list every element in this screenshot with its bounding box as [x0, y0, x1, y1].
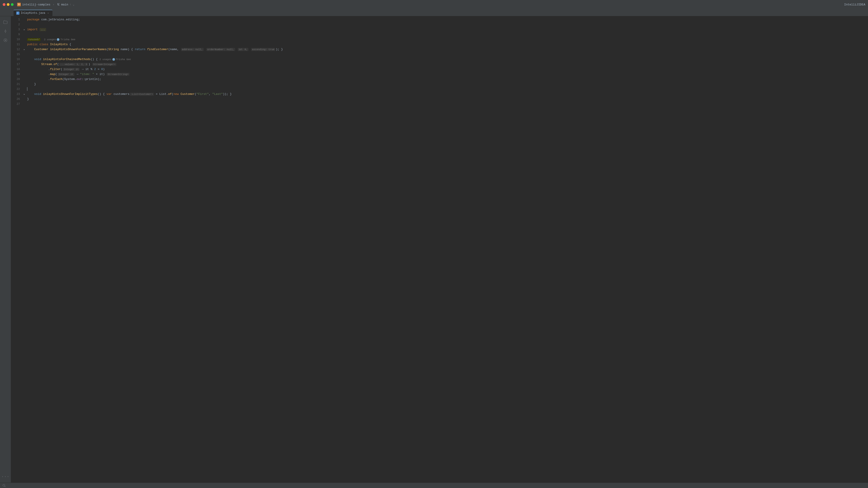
run-icon-btn[interactable] [1, 36, 9, 44]
code-line-19: 19 .map(Integer it → "item: " + it) Stre… [11, 72, 868, 77]
search-icon-btn[interactable] [2, 483, 6, 488]
line-num-21: 21 [11, 83, 23, 86]
title-bar: IJ intellij-samples › main ↑ ⌄ IntelliJI… [0, 0, 868, 9]
folder-icon-btn[interactable] [1, 18, 9, 26]
tab-close-button[interactable]: ✕ [46, 11, 50, 15]
line-num-9: 9 [11, 33, 23, 36]
line-3-content: import ... [26, 27, 868, 32]
code-line-10: 10 /unused/ 2 usagesTTrisha Gee [11, 37, 868, 42]
project-icon: IJ [17, 3, 21, 6]
usage-hint-16: 2 usagesTTrisha Gee [99, 57, 131, 62]
fold-arrow-23[interactable]: ▶ [24, 93, 25, 96]
code-line-22: 22 [11, 87, 868, 92]
line-9-content [26, 32, 868, 37]
fold-gutter-23[interactable]: ▶ [23, 93, 26, 96]
line-2-content [26, 22, 868, 27]
fold-arrow-3[interactable]: ▶ [24, 29, 25, 31]
commit-icon-btn[interactable] [1, 27, 9, 35]
java-file-icon: J [16, 11, 20, 15]
line-10-content: /unused/ 2 usagesTTrisha Gee [26, 37, 868, 42]
svg-text:J: J [17, 12, 18, 14]
inlay-hint-id: id: 0, [238, 48, 249, 51]
line-17-content: Stream.of(...values: 1, 2, 3) Stream<Int… [26, 62, 868, 67]
line-21-content: } [26, 82, 868, 87]
author-name-16: Trisha Gee [116, 57, 131, 62]
code-line-26: 26 } [11, 97, 868, 102]
code-line-23: 23 ▶ void inlayHintsShownForImplicitType… [11, 92, 868, 97]
author-icon-10: T [57, 38, 59, 41]
code-line-2: 2 [11, 22, 868, 27]
author-name-10: Trisha Gee [60, 37, 75, 42]
svg-line-9 [5, 486, 6, 487]
line-num-27: 27 [11, 103, 23, 106]
code-line-27: 27 [11, 102, 868, 107]
code-line-1: 1 package com.jetbrains.editing; [11, 17, 868, 22]
code-line-15: 15 [11, 52, 868, 57]
project-name[interactable]: intellij-samples [22, 3, 51, 6]
code-line-18: 18 .filter(Integer it → it % 2 = 0) [11, 67, 868, 72]
line-11-content: public class InlayHints { [26, 42, 868, 47]
maximize-button[interactable] [11, 3, 13, 6]
author-icon-16: T [112, 58, 115, 61]
code-editor: 1 package com.jetbrains.editing; 2 3 ▶ i… [11, 16, 868, 107]
fold-gutter-3[interactable]: ▶ [23, 29, 26, 31]
line-num-16: 16 [11, 58, 23, 61]
code-line-12: 12 ▶ Customer inlayHintsShownForParamete… [11, 47, 868, 52]
svg-point-3 [5, 31, 6, 32]
line-num-19: 19 [11, 73, 23, 76]
line-num-3: 3 [11, 28, 23, 31]
line-12-content: Customer inlayHintsShownForParameterName… [26, 47, 868, 52]
branch-arrow: ↑ [70, 3, 71, 6]
fold-gutter-12[interactable]: ▶ [23, 48, 26, 51]
tab-bar: J InlayHints.java ✕ [0, 9, 868, 16]
inlay-type-stream-integer: Stream<Integer> [92, 63, 116, 66]
code-line-9: 9 [11, 32, 868, 37]
line-num-23: 23 [11, 93, 23, 96]
code-line-20: 20 .forEach(System.out::println); [11, 77, 868, 82]
line-19-content: .map(Integer it → "item: " + it) Stream<… [26, 72, 868, 77]
svg-point-0 [59, 5, 59, 6]
line-num-12: 12 [11, 48, 23, 51]
close-button[interactable] [3, 3, 5, 6]
line-num-10: 10 [11, 38, 23, 41]
line-15-content [26, 52, 868, 57]
line-18-content: .filter(Integer it → it % 2 = 0) [26, 67, 868, 72]
line-27-content [26, 102, 868, 107]
minimize-button[interactable] [7, 3, 9, 6]
line-num-22: 22 [11, 88, 23, 91]
code-line-17: 17 Stream.of(...values: 1, 2, 3) Stream<… [11, 62, 868, 67]
bottom-bar [0, 483, 868, 488]
more-icon-btn[interactable]: ··· [1, 473, 9, 481]
ellipsis-icon: ··· [1, 475, 9, 479]
line-num-2: 2 [11, 23, 23, 26]
inlay-hint-ascending: ascending: true [251, 48, 275, 51]
svg-marker-7 [5, 39, 6, 41]
code-line-3: 3 ▶ import ... [11, 27, 868, 32]
inlay-hint-values: ...values: 1, 2, 3 [59, 63, 88, 66]
editor-area[interactable]: 1 package com.jetbrains.editing; 2 3 ▶ i… [11, 16, 868, 483]
line-1-content: package com.jetbrains.editing; [26, 17, 868, 22]
line-num-26: 26 [11, 98, 23, 101]
inlay-type-list-customer: :List<Customer> [130, 93, 154, 96]
branch-name[interactable]: main [61, 3, 68, 6]
inlay-type-stream-string: Stream<String> [107, 73, 129, 76]
app-name: IntelliJIDEA [844, 3, 865, 6]
tab-inlayhints[interactable]: J InlayHints.java ✕ [13, 10, 53, 16]
inlay-hint-filter-param: Integer it [63, 68, 80, 71]
line-22-content [26, 87, 868, 92]
line-num-1: 1 [11, 18, 23, 21]
tab-filename: InlayHints.java [21, 11, 45, 15]
separator: › [53, 3, 55, 6]
fold-arrow-12[interactable]: ▶ [24, 48, 25, 51]
inlay-hint-map-param: Integer it [58, 73, 74, 76]
usage-hint-10: 2 usagesTTrisha Gee [44, 37, 75, 42]
branch-icon [57, 3, 60, 6]
inlay-hint-address: address: null, [181, 48, 204, 51]
inlay-hint-ordernumber: orderNumber: null, [206, 48, 235, 51]
svg-point-8 [3, 484, 5, 486]
sidebar-icons: ··· [0, 16, 11, 483]
branch-chevron: ⌄ [73, 3, 74, 6]
line-23-content: void inlayHintsShownForImplicitTypes() {… [26, 92, 868, 97]
line-26-content: } [26, 97, 868, 102]
project-info: IJ intellij-samples › main ↑ ⌄ [17, 3, 74, 6]
